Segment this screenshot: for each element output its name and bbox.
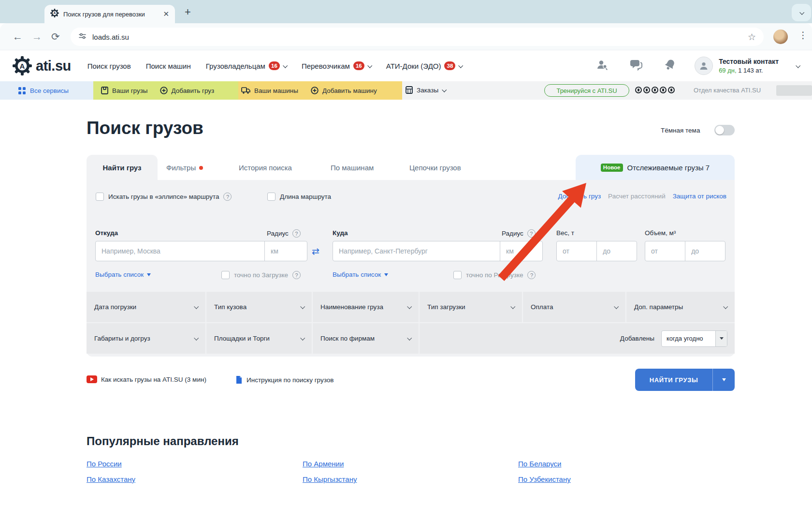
filter-payment[interactable]: Оплата [523,292,625,322]
forward-icon[interactable]: → [32,31,42,43]
ellipse-route-checkbox[interactable]: Искать грузы в «эллипсе» маршрута ? [96,193,232,201]
to-radius-input[interactable] [500,241,542,261]
nav-ati-docs[interactable]: АТИ-Доки (ЭДО)38 [386,61,463,70]
popular-directions-title: Популярные направления [87,434,239,448]
help-icon[interactable]: ? [223,193,232,201]
quality-department-link[interactable]: Отдел качества ATI.SU [694,87,761,94]
truck-icon [241,87,250,94]
filter-by-firms[interactable]: Поиск по фирмам [313,323,419,354]
tab-close-icon[interactable]: ✕ [163,10,169,18]
to-city-input[interactable] [333,241,500,261]
exact-unload-checkbox[interactable]: точно по Разгрузке? [453,271,536,279]
ati-logo[interactable]: A ati.su [13,56,71,75]
find-loads-button[interactable]: НАЙТИ ГРУЗЫ [635,369,712,391]
weight-to-input[interactable] [596,241,637,261]
add-load-button[interactable]: Добавить груз [160,87,215,94]
chevron-down-icon [796,63,800,68]
tab-cargo-chains[interactable]: Цепочки грузов [409,164,461,172]
reload-icon[interactable]: ⟳ [51,31,60,43]
nav-carriers[interactable]: Перевозчикам16 [302,61,371,70]
tab-search-history[interactable]: История поиска [239,164,292,172]
tab-find-cargo[interactable]: Найти груз [87,155,158,180]
filter-loading-date[interactable]: Дата погрузки [87,292,205,322]
quality-extra-box [776,85,812,96]
your-loads-button[interactable]: Ваши грузы [101,87,148,94]
filter-dimensions[interactable]: Габариты и догруз [87,323,205,354]
checkbox-icon[interactable] [221,271,230,279]
help-icon[interactable]: ? [292,271,301,279]
volume-range-group [645,241,725,261]
nav-cargo-owners[interactable]: Грузовладельцам16 [206,61,287,70]
route-length-checkbox[interactable]: Длина маршрута [267,193,331,201]
add-load-link[interactable]: Добавить груз [558,193,601,200]
swap-directions-icon[interactable]: ⇄ [312,246,319,257]
find-loads-dropdown[interactable] [712,369,735,391]
exact-load-checkbox[interactable]: точно по Загрузке? [221,271,301,279]
tune-icon[interactable] [78,32,87,42]
link-kazakhstan[interactable]: По Казахстану [87,475,135,483]
browser-tab[interactable]: A Поиск грузов для перевозки ✕ [44,5,175,23]
loads-section: Ваши грузы Добавить груз [93,81,238,100]
logo-text: ati.su [36,58,71,74]
choose-list-to[interactable]: Выбрать список [333,271,388,278]
checkbox-icon[interactable] [453,271,462,279]
checkbox-icon[interactable] [96,193,104,201]
link-armenia[interactable]: По Армении [303,460,344,468]
search-guide-link[interactable]: Инструкция по поиску грузов [235,375,334,384]
all-services-button[interactable]: Все сервисы [0,81,93,100]
orders-button[interactable]: Заказы [406,86,446,94]
tab-tracked-cargo[interactable]: Новое Отслеживаемые грузы 7 [576,155,735,180]
risk-protection-link[interactable]: Защита от рисков [673,193,726,200]
medal-icon [660,87,667,93]
from-radius-input[interactable] [264,241,307,261]
filter-body-type[interactable]: Тип кузова [206,292,312,322]
link-kyrgyzstan[interactable]: По Кыргызстану [303,475,357,483]
radius-label: Радиус? [267,229,301,238]
nav-truck-search[interactable]: Поиск машин [146,62,191,70]
add-truck-button[interactable]: Добавить машину [311,87,377,94]
document-icon [235,375,243,384]
weight-from-input[interactable] [557,241,596,261]
volume-to-input[interactable] [685,241,725,261]
added-label: Добавлены [620,335,654,342]
volume-from-input[interactable] [645,241,685,261]
your-trucks-button[interactable]: Ваши машины [241,87,298,94]
help-icon[interactable]: ? [292,229,301,238]
link-belarus[interactable]: По Беларуси [518,460,561,468]
tab-filters[interactable]: Фильтры [166,164,203,172]
bell-icon[interactable] [664,59,676,73]
plus-circle-icon [311,87,319,94]
howto-video-link[interactable]: Как искать грузы на ATI.SU (3 мин) [87,375,206,383]
choose-list-from[interactable]: Выбрать список [95,271,151,278]
help-icon[interactable]: ? [527,271,536,279]
tab-search-chevron-button[interactable] [792,4,811,21]
nav-cargo-search[interactable]: Поиск грузов [87,62,131,70]
url-bar[interactable]: loads.ati.su ☆ [71,28,764,46]
filter-loading-type[interactable]: Тип загрузки [420,292,522,322]
filter-row-1: Дата погрузки Тип кузова Наименование гр… [87,292,735,322]
weight-range-group [556,241,637,261]
chat-icon[interactable] [630,59,642,73]
browser-profile-avatar[interactable] [773,30,788,44]
from-city-input[interactable] [96,241,264,261]
bookmark-star-icon[interactable]: ☆ [748,31,756,43]
tab-by-trucks[interactable]: По машинам [331,164,374,172]
filter-platforms[interactable]: Площадки и Торги [206,323,312,354]
train-with-ati-button[interactable]: Тренируйся с ATI.SU [544,84,629,97]
help-icon[interactable]: ? [527,229,536,238]
distance-calc-link[interactable]: Расчет расстояний [608,193,666,200]
link-uzbekistan[interactable]: По Узбекистану [518,475,571,483]
account-menu[interactable]: Тестовый контакт 69 дн, 1 143 ат. [695,57,799,75]
filter-extra-params[interactable]: Доп. параметры [626,292,735,322]
filter-cargo-name[interactable]: Наименование груза [313,292,419,322]
back-icon[interactable]: ← [13,31,23,43]
browser-menu-icon[interactable]: ⋮ [798,30,808,41]
contact-search-icon[interactable] [596,59,609,73]
filter-added-cell: Добавлены когда угодно [420,323,735,354]
service-medal-icons [635,87,675,93]
added-when-select[interactable]: когда угодно [661,330,727,347]
new-tab-button[interactable]: + [185,6,191,18]
dark-theme-toggle[interactable] [714,125,735,135]
checkbox-icon[interactable] [267,193,276,201]
link-russia[interactable]: По России [87,460,122,468]
